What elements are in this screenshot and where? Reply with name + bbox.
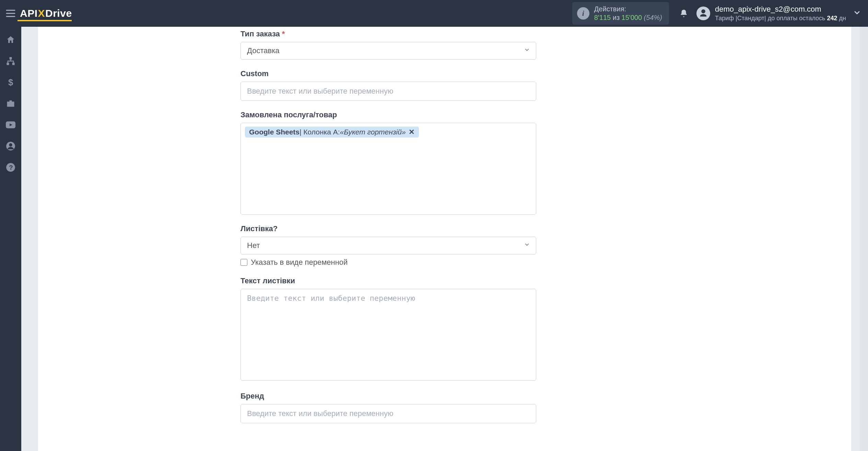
chevron-down-icon	[524, 241, 530, 248]
hamburger-icon	[6, 9, 15, 17]
checkbox-postcard-variable-label: Указать в виде переменной	[251, 258, 348, 267]
actions-of: из	[613, 14, 620, 21]
select-order-type-value: Доставка	[247, 46, 279, 55]
sidebar-item-billing[interactable]: $	[4, 75, 17, 89]
user-menu[interactable]: demo_apix-drive_s2@com.com Тариф |Станда…	[696, 4, 846, 22]
tag-remove-button[interactable]: ✕	[409, 128, 415, 136]
textarea-postcard-text[interactable]	[241, 289, 536, 381]
select-order-type[interactable]: Доставка	[241, 42, 536, 60]
form-card: Тип заказа * Доставка Custom Замовлена п…	[38, 27, 851, 451]
label-custom: Custom	[241, 69, 269, 78]
field-postcard-text: Текст листівки	[241, 276, 536, 382]
label-order-type: Тип заказа	[241, 29, 280, 38]
sidebar-item-video[interactable]	[4, 118, 17, 132]
select-postcard-value: Нет	[247, 241, 260, 250]
actions-counter[interactable]: i Действия: 8'115 из 15'000 (54%)	[572, 2, 669, 25]
label-ordered-item: Замовлена послуга/товар	[241, 110, 337, 119]
tag-source: Google Sheets	[249, 128, 300, 136]
sidebar: $ ?	[0, 27, 21, 451]
home-icon	[6, 35, 15, 45]
user-icon	[699, 9, 708, 18]
tagbox-ordered-item[interactable]: Google Sheets | Колонка A: «Букет гортен…	[241, 123, 536, 215]
user-tariff: Тариф |Стандарт| до оплаты осталось 242 …	[715, 14, 846, 22]
field-brand: Бренд	[241, 392, 536, 423]
variable-tag[interactable]: Google Sheets | Колонка A: «Букет гортен…	[245, 127, 419, 138]
actions-used: 8'115	[594, 14, 611, 21]
svg-rect-5	[12, 63, 15, 65]
info-icon: i	[577, 7, 589, 20]
checkbox-postcard-variable-input[interactable]	[241, 259, 247, 266]
actions-pct: (54%)	[644, 14, 662, 21]
logo-pre: API	[20, 8, 38, 19]
svg-point-10	[9, 143, 12, 146]
sidebar-item-connections[interactable]	[4, 54, 17, 68]
chevron-down-icon	[853, 9, 861, 17]
sidebar-item-home[interactable]	[4, 33, 17, 47]
main-content: Тип заказа * Доставка Custom Замовлена п…	[21, 27, 868, 451]
logo-post: Drive	[45, 8, 72, 19]
briefcase-icon	[6, 99, 15, 108]
tag-sep: | Колонка A:	[300, 128, 340, 136]
label-postcard-text: Текст листівки	[241, 276, 295, 285]
user-email: demo_apix-drive_s2@com.com	[715, 4, 846, 14]
user-menu-toggle[interactable]	[853, 9, 861, 18]
scrollbar-track[interactable]	[860, 27, 868, 451]
label-brand: Бренд	[241, 392, 264, 401]
logo[interactable]: APIXDrive	[20, 8, 72, 19]
youtube-icon	[5, 121, 16, 129]
input-custom[interactable]	[241, 82, 536, 101]
notifications-button[interactable]	[678, 8, 690, 19]
required-marker: *	[282, 29, 285, 38]
checkbox-postcard-variable[interactable]: Указать в виде переменной	[241, 258, 536, 267]
svg-rect-3	[10, 57, 12, 59]
select-postcard[interactable]: Нет	[241, 237, 536, 254]
chevron-down-icon	[524, 46, 530, 53]
svg-text:$: $	[8, 78, 13, 87]
tag-value: «Букет гортензій»	[340, 128, 406, 136]
sidebar-item-briefcase[interactable]	[4, 97, 17, 110]
field-ordered-item: Замовлена послуга/товар Google Sheets | …	[241, 110, 536, 215]
avatar	[696, 7, 710, 20]
menu-toggle-button[interactable]	[5, 8, 16, 19]
svg-rect-4	[7, 63, 9, 65]
field-order-type: Тип заказа * Доставка	[241, 29, 536, 60]
sidebar-item-account[interactable]	[4, 139, 17, 153]
svg-text:?: ?	[9, 164, 13, 171]
actions-label: Действия:	[594, 5, 662, 13]
bell-icon	[679, 9, 688, 18]
topbar: APIXDrive i Действия: 8'115 из 15'000 (5…	[0, 0, 868, 27]
actions-total: 15'000	[622, 14, 642, 21]
dollar-icon: $	[6, 78, 15, 87]
sidebar-item-help[interactable]: ?	[4, 161, 17, 174]
field-postcard: Листівка? Нет Указать в виде переменной	[241, 224, 536, 267]
label-postcard: Листівка?	[241, 224, 278, 233]
field-custom: Custom	[241, 69, 536, 101]
help-icon: ?	[6, 163, 15, 172]
user-circle-icon	[6, 141, 15, 151]
hierarchy-icon	[6, 56, 15, 66]
input-brand[interactable]	[241, 404, 536, 423]
logo-x: X	[38, 8, 45, 19]
